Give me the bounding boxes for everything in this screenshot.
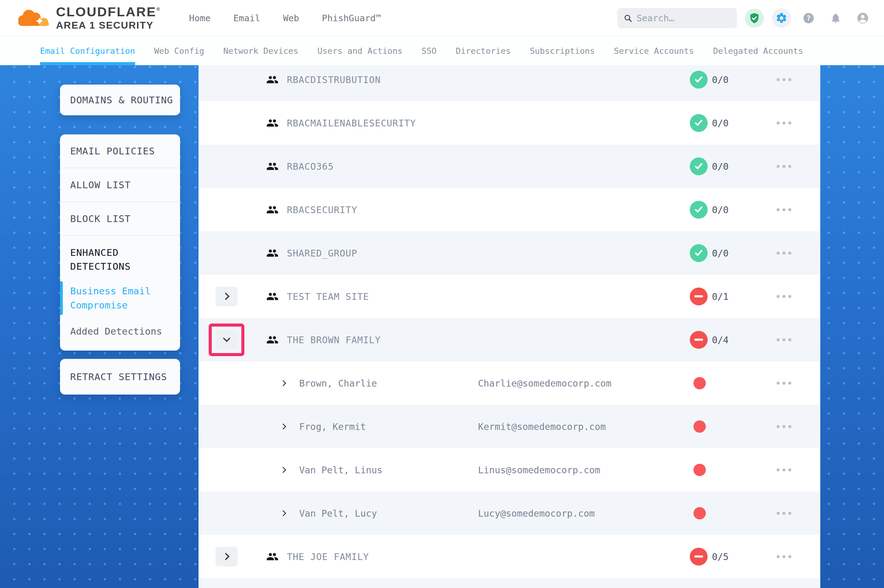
group-people-icon bbox=[266, 334, 278, 346]
tab-web-config[interactable]: Web Config bbox=[154, 36, 204, 65]
tab-network-devices[interactable]: Network Devices bbox=[223, 36, 298, 65]
nav-item-phishguard[interactable]: PhishGuard™ bbox=[322, 13, 381, 23]
group-name: TEST TEAM SITE bbox=[287, 291, 369, 302]
status-glyph bbox=[695, 204, 703, 213]
row-actions-menu[interactable] bbox=[777, 338, 791, 341]
groups-table-rows: RBACDISTRUBUTION 0/0 RBACMAILENABLESECUR… bbox=[198, 65, 820, 588]
table-row-group: RBACDISTRUBUTION 0/0 bbox=[198, 65, 820, 101]
status-badge bbox=[690, 114, 708, 132]
row-actions-menu[interactable] bbox=[777, 382, 791, 385]
sidebar-item-domains-routing[interactable]: DOMAINS & ROUTING bbox=[60, 85, 180, 116]
search-input[interactable] bbox=[636, 13, 731, 23]
status-badge bbox=[690, 548, 708, 566]
groups-table: RBACDISTRUBUTION 0/0 RBACMAILENABLESECUR… bbox=[198, 65, 820, 588]
member-count: 0/0 bbox=[712, 74, 729, 85]
status-glyph bbox=[695, 555, 703, 558]
search-box[interactable] bbox=[618, 8, 737, 28]
group-people-icon bbox=[266, 290, 278, 303]
tab-email-configuration[interactable]: Email Configuration bbox=[40, 36, 135, 65]
member-count: 0/0 bbox=[712, 161, 729, 172]
tab-sso[interactable]: SSO bbox=[422, 36, 437, 65]
primary-nav: Home Email Web PhishGuard™ bbox=[189, 13, 381, 23]
table-row-member: Frog, Kermit Kermit@somedemocorp.com bbox=[198, 405, 820, 448]
status-badge bbox=[690, 201, 708, 219]
group-people-icon bbox=[266, 160, 278, 172]
row-actions-menu[interactable] bbox=[777, 555, 791, 558]
sidebar-item-added-detections[interactable]: Added Detections bbox=[70, 324, 170, 339]
row-actions-menu[interactable] bbox=[777, 468, 791, 471]
member-count: 0/5 bbox=[712, 551, 729, 562]
tab-directories[interactable]: Directories bbox=[456, 36, 511, 65]
help-icon[interactable]: ? bbox=[799, 9, 818, 28]
nav-item-web[interactable]: Web bbox=[283, 13, 299, 23]
nav-item-home[interactable]: Home bbox=[189, 13, 210, 23]
status-glyph bbox=[695, 118, 703, 126]
row-actions-menu[interactable] bbox=[777, 252, 791, 255]
registered-mark: ® bbox=[156, 6, 160, 12]
sidebar-item-email-policies[interactable]: EMAIL POLICIES bbox=[60, 134, 180, 168]
table-row-group: THE JOE FAMILY 0/5 bbox=[198, 535, 820, 578]
member-email: Kermit@somedemocorp.com bbox=[478, 421, 606, 432]
config-subnav: Email Configuration Web Config Network D… bbox=[0, 36, 884, 65]
sidebar-card-policies: EMAIL POLICIES ALLOW LIST BLOCK LIST ENH… bbox=[60, 134, 180, 351]
status-badge bbox=[690, 71, 708, 88]
cloudflare-cloud-icon bbox=[16, 6, 52, 30]
chevron-right-icon[interactable] bbox=[280, 423, 286, 430]
row-actions-menu[interactable] bbox=[777, 512, 791, 515]
chevron-right-icon[interactable] bbox=[280, 380, 286, 386]
status-badge bbox=[690, 244, 708, 262]
expand-collapse-button[interactable] bbox=[215, 330, 238, 350]
cloudflare-logo: CLOUDFLARE® AREA 1 SECURITY bbox=[16, 5, 160, 31]
group-people-icon bbox=[266, 204, 278, 216]
row-actions-menu[interactable] bbox=[777, 165, 791, 168]
sidebar-item-block-list[interactable]: BLOCK LIST bbox=[60, 202, 180, 236]
tab-users-and-actions[interactable]: Users and Actions bbox=[317, 36, 402, 65]
sidebar-item-enhanced-detections[interactable]: ENHANCED DETECTIONS bbox=[70, 246, 170, 273]
gear-icon[interactable] bbox=[772, 9, 791, 28]
row-actions-menu[interactable] bbox=[777, 122, 791, 124]
status-badge bbox=[690, 331, 708, 349]
tab-service-accounts[interactable]: Service Accounts bbox=[614, 36, 694, 65]
member-count: 0/4 bbox=[712, 334, 729, 345]
group-name: RBACMAILENABLESECURITY bbox=[287, 117, 416, 128]
app-header: CLOUDFLARE® AREA 1 SECURITY Home Email W… bbox=[0, 0, 884, 36]
row-actions-menu[interactable] bbox=[777, 78, 791, 81]
member-count: 0/0 bbox=[712, 204, 729, 215]
member-email: Charlie@somedemocorp.com bbox=[478, 378, 611, 388]
sidebar-item-business-email-compromise[interactable]: Business Email Compromise bbox=[70, 284, 170, 312]
chevron-right-icon[interactable] bbox=[280, 467, 286, 473]
chevron-icon bbox=[222, 553, 229, 560]
table-row-group: RBACMAILENABLESECURITY 0/0 bbox=[198, 101, 820, 144]
expand-collapse-button[interactable] bbox=[215, 286, 238, 306]
status-glyph bbox=[695, 248, 703, 256]
row-actions-menu[interactable] bbox=[777, 425, 791, 428]
sidebar-item-retract-settings[interactable]: RETRACT SETTINGS bbox=[60, 359, 180, 394]
user-icon[interactable] bbox=[853, 9, 872, 28]
chevron-right-icon[interactable] bbox=[280, 510, 286, 516]
status-badge bbox=[690, 288, 708, 305]
group-people-icon bbox=[266, 117, 278, 129]
table-row-partial bbox=[198, 578, 820, 588]
member-email: Lucy@somedemocorp.com bbox=[478, 508, 595, 519]
status-dot bbox=[693, 507, 706, 519]
member-email: Linus@somedemocorp.com bbox=[478, 464, 600, 475]
svg-text:?: ? bbox=[806, 14, 811, 22]
search-icon bbox=[624, 13, 632, 23]
brand-name: CLOUDFLARE® bbox=[56, 5, 160, 19]
nav-item-email[interactable]: Email bbox=[233, 13, 260, 23]
row-actions-menu[interactable] bbox=[777, 295, 791, 298]
member-count: 0/1 bbox=[712, 291, 729, 302]
row-actions-menu[interactable] bbox=[777, 208, 791, 211]
bell-icon[interactable] bbox=[826, 9, 845, 28]
tab-subscriptions[interactable]: Subscriptions bbox=[530, 36, 595, 65]
table-row-group: SHARED_GROUP 0/0 bbox=[198, 231, 820, 274]
shield-check-icon[interactable] bbox=[745, 9, 764, 28]
group-people-icon bbox=[266, 550, 278, 563]
sidebar-item-allow-list[interactable]: ALLOW LIST bbox=[60, 168, 180, 202]
chevron-icon bbox=[222, 292, 229, 300]
status-badge bbox=[690, 158, 708, 175]
member-count: 0/0 bbox=[712, 117, 729, 128]
main-panel: DOMAINS & ROUTING EMAIL POLICIES ALLOW L… bbox=[0, 65, 884, 588]
tab-delegated-accounts[interactable]: Delegated Accounts bbox=[713, 36, 803, 65]
expand-collapse-button[interactable] bbox=[215, 547, 238, 567]
